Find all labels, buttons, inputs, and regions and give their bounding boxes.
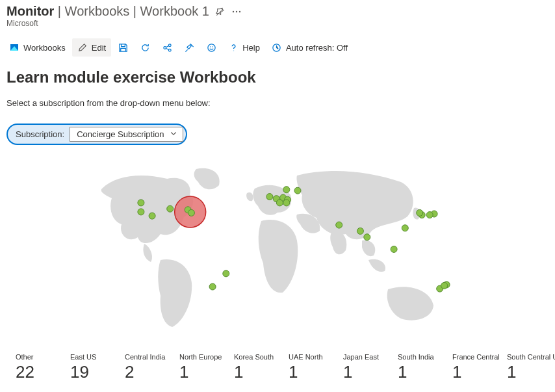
smiley-icon (206, 42, 216, 53)
map-point[interactable] (266, 194, 273, 200)
map-point[interactable] (391, 246, 397, 252)
stat-label: UAE North (289, 353, 343, 361)
stat-value: 1 (507, 362, 555, 382)
help-label: Help (242, 43, 260, 53)
pin-toolbar-icon (184, 42, 194, 53)
stat-label: South India (398, 353, 452, 361)
subscription-parameter[interactable]: Subscription: Concierge Subscription (6, 124, 187, 145)
stat-value: 19 (70, 362, 125, 382)
stat-label: France Central (452, 353, 507, 361)
stat-label: Korea South (234, 353, 289, 361)
edit-icon (77, 42, 88, 53)
workbooks-button[interactable]: Workbooks (4, 38, 71, 57)
feedback-button[interactable] (201, 38, 222, 57)
svg-point-5 (168, 44, 171, 46)
stat-item[interactable]: UAE North1 (289, 353, 343, 382)
map-point[interactable] (149, 213, 155, 219)
map-point[interactable] (188, 209, 194, 216)
svg-point-9 (212, 46, 213, 47)
breadcrumb[interactable]: Monitor | Workbooks | Workbook 1 (6, 4, 209, 19)
map-point[interactable] (357, 228, 363, 234)
stat-label: East US (70, 353, 125, 361)
map-point[interactable] (283, 200, 290, 206)
map-point[interactable] (336, 222, 342, 228)
subtitle: Microsoft (6, 19, 549, 28)
stat-item[interactable]: Korea South1 (234, 353, 289, 382)
chevron-down-icon (170, 129, 177, 139)
stat-value: 1 (179, 362, 234, 382)
more-icon[interactable] (231, 7, 242, 17)
stat-value: 1 (234, 362, 289, 382)
map-point[interactable] (138, 200, 144, 206)
svg-point-4 (164, 46, 166, 49)
edit-button[interactable]: Edit (72, 38, 111, 57)
svg-point-7 (208, 44, 215, 51)
map-point[interactable] (276, 200, 283, 206)
stat-value: 1 (398, 362, 452, 382)
stat-item[interactable]: East US19 (70, 353, 125, 382)
edit-label: Edit (92, 43, 106, 53)
map-point[interactable] (402, 225, 408, 231)
page-title: Learn module exercise Workbook (6, 68, 549, 86)
stat-value: 2 (125, 362, 179, 382)
help-icon (228, 42, 239, 53)
share-button[interactable] (157, 38, 177, 57)
world-map[interactable] (76, 159, 479, 341)
map-point[interactable] (426, 212, 433, 218)
stat-label: Central India (125, 353, 179, 361)
map-point[interactable] (294, 187, 301, 194)
stat-label: South Central US (507, 353, 555, 361)
stat-value: 1 (452, 362, 507, 382)
map-point[interactable] (417, 209, 423, 216)
map-point[interactable] (283, 187, 290, 193)
header: Monitor | Workbooks | Workbook 1 Microso… (0, 0, 555, 31)
map-point[interactable] (441, 282, 448, 289)
stat-item[interactable]: France Central1 (452, 353, 507, 382)
stat-label: North Europe (179, 353, 234, 361)
stat-value: 1 (343, 362, 398, 382)
stats-row: Other22East US19Central India2North Euro… (6, 353, 549, 382)
pin-button[interactable] (179, 38, 200, 57)
breadcrumb-root: Monitor (6, 4, 54, 18)
map-container (6, 159, 549, 341)
refresh-icon (140, 42, 150, 53)
svg-point-8 (210, 46, 211, 47)
stat-item[interactable]: Japan East1 (343, 353, 398, 382)
stat-value: 1 (289, 362, 343, 382)
clock-icon (272, 42, 282, 53)
stat-item[interactable]: South India1 (398, 353, 452, 382)
share-icon (162, 42, 172, 53)
map-point[interactable] (138, 209, 144, 215)
stat-label: Japan East (343, 353, 398, 361)
svg-point-2 (239, 10, 240, 12)
workbooks-label: Workbooks (23, 43, 66, 53)
stat-label: Other (16, 353, 70, 361)
stat-value: 22 (16, 362, 70, 382)
svg-point-1 (236, 10, 237, 12)
map-point[interactable] (364, 234, 370, 241)
instruction-text: Select a subscription from the drop-down… (6, 98, 549, 108)
stat-item[interactable]: Other22 (16, 353, 70, 382)
workbooks-icon (9, 42, 19, 53)
stat-item[interactable]: South Central US1 (507, 353, 555, 382)
help-button[interactable]: Help (223, 38, 265, 57)
autorefresh-label: Auto refresh: Off (286, 43, 348, 53)
save-icon (118, 42, 128, 53)
map-point[interactable] (167, 205, 174, 212)
subscription-dropdown[interactable]: Concierge Subscription (70, 127, 183, 142)
svg-point-6 (168, 49, 171, 51)
stat-item[interactable]: Central India2 (125, 353, 179, 382)
content: Learn module exercise Workbook Select a … (0, 60, 555, 390)
refresh-button[interactable] (135, 38, 155, 57)
pin-icon[interactable] (216, 7, 225, 16)
title-row: Monitor | Workbooks | Workbook 1 (6, 4, 549, 19)
map-point[interactable] (223, 270, 229, 277)
stat-item[interactable]: North Europe1 (179, 353, 234, 382)
svg-point-0 (233, 10, 234, 12)
autorefresh-button[interactable]: Auto refresh: Off (266, 38, 353, 57)
toolbar: Workbooks Edit Help (0, 34, 555, 60)
map-point[interactable] (209, 283, 216, 290)
subscription-label: Subscription: (16, 129, 64, 139)
save-button[interactable] (112, 38, 133, 57)
subscription-value: Concierge Subscription (77, 129, 164, 139)
